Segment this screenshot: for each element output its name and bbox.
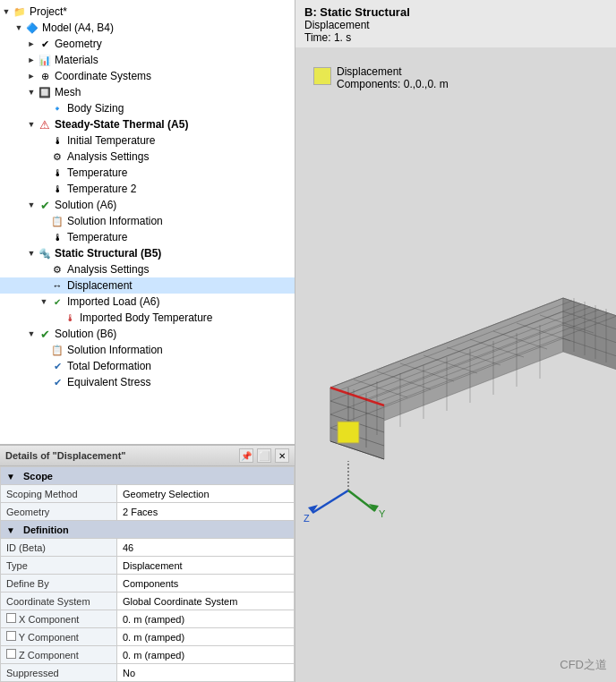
tree-item-model[interactable]: ▼ 🔷 Model (A4, B4): [0, 20, 295, 36]
icon-materials: 📊: [38, 53, 52, 67]
expander-model[interactable]: ▼: [13, 21, 25, 34]
row-x-comp: X Component 0. m (ramped): [1, 610, 295, 628]
pin-icon[interactable]: 📌: [239, 448, 253, 463]
value-y-comp: 0. m (ramped): [117, 628, 295, 646]
value-x-comp: 0. m (ramped): [117, 610, 295, 628]
label-displacement: Displacement: [67, 279, 133, 292]
tree-item-imported-load[interactable]: ▼ ✔ Imported Load (A6): [0, 294, 295, 310]
tree-item-temperature[interactable]: ► 🌡 Temperature: [0, 165, 295, 181]
expander-project[interactable]: ▼: [0, 5, 13, 18]
close-icon[interactable]: ✕: [275, 448, 289, 463]
row-id: ID (Beta) 46: [1, 539, 295, 557]
label-imported-load: Imported Load (A6): [67, 295, 159, 308]
viewport-header: B: Static Structural Displacement Time: …: [295, 0, 616, 47]
tree-item-sol-info-a[interactable]: ► 📋 Solution Information: [0, 213, 295, 229]
label-model: Model (A4, B4): [42, 21, 114, 34]
label-body-sizing: Body Sizing: [67, 102, 124, 115]
collapse-definition[interactable]: ▼: [6, 525, 15, 535]
value-coord-system: Global Coordinate System: [117, 592, 295, 610]
expander-imported-load[interactable]: ▼: [38, 295, 50, 308]
value-id: 46: [117, 539, 295, 557]
legend-label: Displacement: [337, 65, 449, 78]
label-equiv-stress: Equivalent Stress: [67, 376, 150, 388]
expander-coord[interactable]: ►: [25, 70, 38, 82]
tree-item-solution-a6[interactable]: ▼ ✔ Solution (A6): [0, 197, 295, 213]
definition-header: ▼ Definition: [1, 521, 295, 539]
icon-total-deform: ✔: [50, 359, 64, 373]
icon-body-sizing: 🔹: [50, 101, 64, 115]
tree-item-temp-result[interactable]: ► 🌡 Temperature: [0, 229, 295, 245]
tree-item-analysis-b[interactable]: ► ⚙ Analysis Settings: [0, 261, 295, 277]
tree-item-displacement[interactable]: ► ↔ Displacement: [0, 277, 295, 294]
row-scoping-method: Scoping Method Geometry Selection: [1, 485, 295, 503]
collapse-scope[interactable]: ▼: [6, 472, 15, 482]
mesh-3d-view: Z Y: [295, 226, 616, 531]
tree-item-mesh[interactable]: ▼ 🔲 Mesh: [0, 84, 295, 100]
tree-item-total-deform[interactable]: ► ✔ Total Deformation: [0, 358, 295, 374]
viewport-title: B: Static Structural: [304, 5, 607, 19]
label-define-by: Define By: [1, 575, 117, 592]
tree-item-body-temp[interactable]: ► 🌡 Imported Body Temperature: [0, 310, 295, 326]
icon-sol-info-b: 📋: [50, 343, 64, 357]
row-geometry: Geometry 2 Faces: [1, 503, 295, 521]
icon-sol-info-a: 📋: [50, 214, 64, 228]
expander-static[interactable]: ▼: [25, 247, 38, 260]
right-panel: B: Static Structural Displacement Time: …: [295, 0, 616, 682]
label-id: ID (Beta): [1, 539, 117, 557]
tree-item-geometry[interactable]: ► ✔ Geometry: [0, 36, 295, 52]
label-analysis-b: Analysis Settings: [67, 263, 149, 276]
details-panel: Details of "Displacement" 📌 ⬜ ✕ ▼ Scope …: [0, 445, 295, 682]
tree-item-solution-b6[interactable]: ▼ ✔ Solution (B6): [0, 326, 295, 342]
tree-item-coord[interactable]: ► ⊕ Coordinate Systems: [0, 68, 295, 84]
expander-thermal[interactable]: ▼: [25, 118, 38, 131]
expander-solution-b6[interactable]: ▼: [25, 328, 38, 340]
label-sol-info-b: Solution Information: [67, 344, 163, 356]
expander-materials[interactable]: ►: [25, 54, 38, 66]
checkbox-y[interactable]: [6, 631, 16, 641]
details-table: ▼ Scope Scoping Method Geometry Selectio…: [0, 466, 295, 682]
z-axis-label: Z: [304, 513, 310, 524]
label-scoping-method: Scoping Method: [1, 485, 117, 503]
tree-item-temperature2[interactable]: ► 🌡 Temperature 2: [0, 181, 295, 197]
label-geometry-detail: Geometry: [1, 503, 117, 521]
icon-solution-a6: ✔: [38, 198, 52, 212]
label-suppressed: Suppressed: [1, 664, 117, 682]
icon-thermal: ⚠: [38, 117, 52, 132]
icon-project: 📁: [13, 4, 27, 19]
checkbox-x[interactable]: [6, 613, 16, 623]
checkbox-z[interactable]: [6, 649, 16, 659]
label-y-comp: Y Component: [1, 628, 117, 646]
label-temperature2: Temperature 2: [67, 183, 136, 195]
value-define-by: Components: [117, 575, 295, 592]
details-toolbar: 📌 ⬜ ✕: [239, 448, 289, 463]
tree-item-sol-info-b[interactable]: ► 📋 Solution Information: [0, 342, 295, 358]
icon-init-temp: 🌡: [50, 133, 64, 148]
icon-analysis-b: ⚙: [50, 262, 64, 277]
viewport-canvas[interactable]: Displacement Components: 0.,0.,0. m: [295, 47, 616, 682]
tree-item-equiv-stress[interactable]: ► ✔ Equivalent Stress: [0, 374, 295, 390]
value-scoping-method: Geometry Selection: [117, 485, 295, 503]
expander-solution-a6[interactable]: ▼: [25, 199, 38, 211]
row-define-by: Define By Components: [1, 575, 295, 592]
expander-mesh[interactable]: ▼: [25, 86, 38, 98]
row-type: Type Displacement: [1, 557, 295, 575]
tree-item-init-temp[interactable]: ► 🌡 Initial Temperature: [0, 132, 295, 149]
label-mesh: Mesh: [55, 86, 81, 98]
tree-item-static[interactable]: ▼ 🔩 Static Structural (B5): [0, 245, 295, 261]
section-definition: ▼ Definition: [1, 521, 295, 539]
label-coord-system: Coordinate System: [1, 592, 117, 610]
tree-item-analysis-a[interactable]: ► ⚙ Analysis Settings: [0, 149, 295, 165]
restore-icon[interactable]: ⬜: [257, 448, 271, 463]
icon-displacement: ↔: [50, 278, 64, 293]
tree-item-materials[interactable]: ► 📊 Materials: [0, 52, 295, 68]
label-geometry: Geometry: [55, 38, 102, 50]
icon-solution-b6: ✔: [38, 327, 52, 341]
svg-line-48: [312, 490, 348, 513]
label-total-deform: Total Deformation: [67, 360, 151, 372]
expander-geometry[interactable]: ►: [25, 38, 38, 50]
tree-item-thermal[interactable]: ▼ ⚠ Steady-State Thermal (A5): [0, 116, 295, 132]
tree-item-project[interactable]: ▼ 📁 Project*: [0, 4, 295, 20]
left-panel: ▼ 📁 Project* ▼ 🔷 Model (A4, B4) ► ✔ Geom…: [0, 0, 295, 682]
icon-static: 🔩: [38, 246, 52, 260]
tree-item-body-sizing[interactable]: ► 🔹 Body Sizing: [0, 100, 295, 116]
